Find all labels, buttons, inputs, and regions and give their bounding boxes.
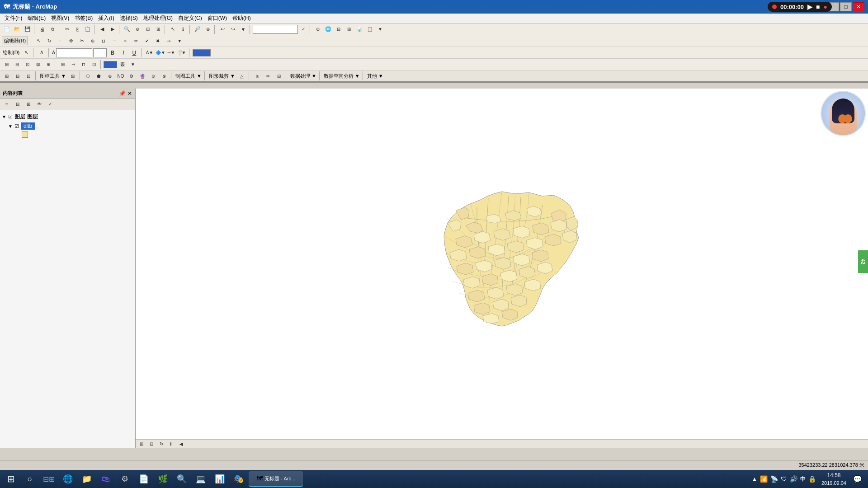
panel-vis-btn[interactable]: 👁	[34, 99, 44, 109]
zoom-out-btn[interactable]: ⊖	[132, 24, 142, 34]
zoom-in-btn[interactable]: 🔍	[122, 24, 132, 34]
tray-wifi[interactable]: 📡	[769, 474, 779, 483]
menu-customize[interactable]: 自定义(C)	[175, 14, 205, 23]
taskbar-magnifier[interactable]: 🔍	[173, 471, 191, 487]
draw-text-btn[interactable]: A	[37, 48, 47, 58]
menu-bookmark[interactable]: 书签(B)	[72, 14, 95, 23]
redo-btn[interactable]: ↪	[228, 24, 238, 34]
edit-vertex-btn[interactable]: ⬝	[55, 36, 65, 46]
mt-btn4[interactable]: ⊕	[105, 71, 115, 81]
panel-sel-btn[interactable]: ✓	[45, 99, 55, 109]
frame-tool-btn[interactable]: ⊞	[2, 71, 12, 81]
save-btn[interactable]: 💾	[23, 24, 33, 34]
menu-select[interactable]: 选择(S)	[117, 14, 141, 23]
edit-reshape-btn[interactable]: ✤	[66, 36, 76, 46]
mt-btn1[interactable]: ⊞	[68, 71, 78, 81]
edit-snap-btn[interactable]: ⊸	[164, 36, 174, 46]
edit-attr-btn[interactable]: ≡	[120, 36, 130, 46]
menu-view[interactable]: 视图(V)	[48, 14, 72, 23]
mt-btn3[interactable]: ⬟	[94, 71, 104, 81]
taskbar-pdf[interactable]: 📄	[135, 471, 153, 487]
nav-collapse[interactable]: ◀	[177, 440, 185, 448]
et-split-btn[interactable]: ⊣	[68, 60, 78, 70]
spatial-analysis-label[interactable]: 数据空间分析 ▼	[323, 73, 361, 80]
edit-rotate-btn[interactable]: ↻	[44, 36, 54, 46]
maximize-button[interactable]: □	[840, 2, 852, 11]
copy-btn[interactable]: ⎘	[72, 24, 82, 34]
scale-apply-btn[interactable]: ✓	[298, 24, 308, 34]
panel-close-btn[interactable]: ✕	[127, 90, 132, 97]
tray-antivirus[interactable]: 🛡	[780, 474, 788, 483]
search-button[interactable]: ○	[21, 471, 39, 487]
identify-btn[interactable]: ℹ	[178, 24, 188, 34]
layer-btn[interactable]: ⊟	[334, 24, 344, 34]
magnifier-btn[interactable]: ⊙	[313, 24, 323, 34]
edit-finish-btn[interactable]: ✔	[142, 36, 152, 46]
et-btn4[interactable]: ⊠	[33, 60, 43, 70]
panel-source-btn[interactable]: ⊞	[24, 99, 33, 109]
green-side-tab[interactable]: 42	[858, 250, 868, 273]
menu-insert[interactable]: 插入(I)	[95, 14, 117, 23]
draw-arrow-btn[interactable]: ↖	[21, 48, 31, 58]
taskbar-file-explorer[interactable]: 📁	[78, 471, 96, 487]
edit-arrow-btn[interactable]: ↖	[33, 36, 43, 46]
close-button[interactable]: ✕	[853, 2, 864, 11]
timer-play-btn[interactable]: ▶	[807, 3, 812, 10]
layer-group-expand[interactable]: ▼ ☑ 图层 图层	[2, 112, 133, 122]
menu-edit[interactable]: 编辑(E)	[25, 14, 48, 23]
timer-stop-btn[interactable]: ■	[816, 3, 820, 10]
more-nav-btn[interactable]: ▼	[238, 24, 248, 34]
editor-label[interactable]: 编辑器(R)	[2, 37, 28, 45]
task-view-button[interactable]: ⊟⊞	[40, 471, 58, 487]
crop-tools-label[interactable]: 制图工具 ▼	[175, 73, 203, 80]
chart-btn[interactable]: 📊	[354, 24, 364, 34]
taskbar-settings[interactable]: ⚙	[116, 471, 134, 487]
tray-up-arrow[interactable]: ▲	[751, 475, 758, 483]
edit-del-btn[interactable]: ✖	[153, 36, 163, 46]
new-btn[interactable]: 📄	[2, 24, 12, 34]
layer-checkbox[interactable]: ☑	[14, 123, 19, 129]
cut-btn[interactable]: ✂	[62, 24, 72, 34]
taskbar-greenapp[interactable]: 🌿	[154, 471, 172, 487]
clock[interactable]: 14:58 2019.09.04	[818, 471, 850, 487]
frame-tool3-btn[interactable]: ⊡	[24, 71, 33, 81]
fill-color-btn[interactable]: 🔷▼	[156, 48, 165, 58]
nav-fwd-btn[interactable]: ▶	[108, 24, 118, 34]
font-color-btn[interactable]: A▼	[145, 48, 155, 58]
mt-shape-btn[interactable]: △	[237, 71, 247, 81]
tray-security[interactable]: 🔒	[807, 474, 817, 483]
tray-input-method[interactable]: 中	[799, 474, 807, 484]
layer-item-dltb[interactable]: ▼ ☑ dltb	[2, 122, 133, 131]
print-preview-btn[interactable]: ⧉	[47, 24, 57, 34]
zoom-full-btn[interactable]: ⊡	[143, 24, 153, 34]
et-merge-btn[interactable]: ⊓	[79, 60, 89, 70]
mt-sym-btn[interactable]: ⊵	[252, 71, 262, 81]
select-btn[interactable]: ↖	[168, 24, 178, 34]
font-underline-btn[interactable]: U	[129, 48, 139, 58]
layer-name-dltb[interactable]: dltb	[21, 122, 35, 130]
timer-record-btn[interactable]: ●	[824, 3, 827, 10]
font-size-input[interactable]: 10	[93, 48, 107, 57]
mt-grid2-btn[interactable]: ⊟	[274, 71, 284, 81]
edit-split-btn[interactable]: ⊣	[109, 36, 119, 46]
find-btn[interactable]: 🔎	[193, 24, 203, 34]
mt-btn5[interactable]: ⚙	[127, 71, 137, 81]
shape-tools-label[interactable]: 图形裁剪 ▼	[208, 73, 236, 80]
mt-NO-btn[interactable]: NO	[116, 71, 126, 81]
mt-btn6[interactable]: 🔮	[137, 71, 147, 81]
globe-btn[interactable]: 🌐	[323, 24, 333, 34]
goto-btn[interactable]: ⊕	[203, 24, 213, 34]
start-button[interactable]: ⊞	[2, 471, 20, 487]
tray-audio[interactable]: 🔊	[789, 474, 798, 483]
taskbar-chart-app[interactable]: 📊	[211, 471, 229, 487]
shadow-btn[interactable]: ░▼	[177, 48, 187, 58]
et-btn2[interactable]: ⊟	[12, 60, 22, 70]
mt-btn7[interactable]: ⊙	[148, 71, 158, 81]
mt-btn8[interactable]: ⊗	[159, 71, 169, 81]
nav-pause[interactable]: ⏸	[167, 440, 175, 448]
edit-more-btn[interactable]: ▼	[175, 36, 184, 46]
group-checkbox[interactable]: ☑	[8, 114, 13, 120]
more-tools-btn[interactable]: ▼	[375, 24, 385, 34]
menu-window[interactable]: 窗口(W)	[205, 14, 230, 23]
map-area[interactable]: 42	[136, 89, 868, 448]
